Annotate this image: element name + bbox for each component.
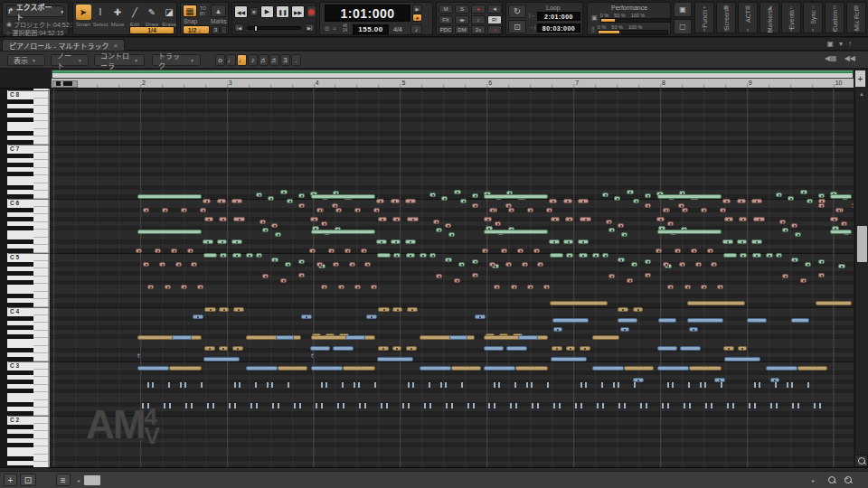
midi-note[interactable] xyxy=(684,285,691,289)
midi-note[interactable] xyxy=(711,262,717,267)
midi-note[interactable] xyxy=(219,346,228,351)
midi-note[interactable] xyxy=(624,366,654,371)
midi-note[interactable] xyxy=(838,264,845,268)
midi-note[interactable] xyxy=(766,366,797,371)
midi-note[interactable] xyxy=(137,366,169,371)
midi-note[interactable] xyxy=(707,249,713,253)
midi-note[interactable] xyxy=(580,217,591,221)
horizontal-scroll-thumb[interactable] xyxy=(84,475,100,485)
tick-note[interactable] xyxy=(180,382,182,388)
midi-note[interactable] xyxy=(220,253,227,258)
menu-view[interactable]: 表示▼ xyxy=(7,54,45,66)
snap-triplet-button[interactable]: 3 xyxy=(212,25,220,34)
midi-note[interactable] xyxy=(316,208,323,212)
side-tab-mix-rcl[interactable]: ▧Mix Rcl▾ xyxy=(846,2,866,33)
midi-note[interactable] xyxy=(830,194,852,199)
midi-note[interactable] xyxy=(527,208,533,212)
midi-note[interactable] xyxy=(657,194,722,199)
snap-dotted-button[interactable]: . xyxy=(221,25,227,34)
midi-note[interactable] xyxy=(740,253,747,258)
midi-note[interactable] xyxy=(256,192,262,197)
midi-note[interactable] xyxy=(429,253,436,258)
midi-note[interactable] xyxy=(137,335,202,340)
midi-note[interactable] xyxy=(701,285,707,289)
tick-note[interactable] xyxy=(429,382,430,388)
midi-note[interactable] xyxy=(830,230,852,234)
menu-note[interactable]: ノート▼ xyxy=(51,54,89,66)
midi-note[interactable] xyxy=(275,232,281,237)
midi-note[interactable] xyxy=(472,203,478,208)
midi-note[interactable] xyxy=(720,208,726,212)
midi-note[interactable] xyxy=(162,208,168,212)
midi-note[interactable] xyxy=(345,335,365,340)
midi-note[interactable] xyxy=(658,318,676,323)
midi-note[interactable] xyxy=(805,262,811,267)
marker[interactable] xyxy=(56,81,61,86)
midi-note[interactable] xyxy=(578,199,589,203)
menu-controller[interactable]: コントローラ▼ xyxy=(94,54,145,66)
midi-note[interactable] xyxy=(377,357,413,361)
midi-note[interactable] xyxy=(818,193,825,198)
tick-note[interactable] xyxy=(354,382,355,388)
time-signature[interactable]: 4/4 xyxy=(393,26,402,33)
tick-note[interactable] xyxy=(343,403,344,408)
tick-note[interactable] xyxy=(585,382,587,388)
midi-note[interactable] xyxy=(791,318,809,323)
tick-note[interactable] xyxy=(294,403,296,408)
side-tab-events[interactable]: ♪Events▾ xyxy=(781,2,801,33)
midi-note[interactable] xyxy=(436,274,442,278)
midi-note[interactable] xyxy=(549,199,557,203)
tick-note[interactable] xyxy=(451,403,453,408)
tick-note[interactable] xyxy=(256,403,258,408)
tick-note[interactable] xyxy=(662,403,664,408)
midi-note[interactable] xyxy=(310,217,318,221)
midi-note[interactable] xyxy=(551,357,587,361)
tick-note[interactable] xyxy=(326,382,327,388)
midi-note[interactable] xyxy=(818,199,826,203)
matrix-button-pdc[interactable]: PDC xyxy=(439,25,453,34)
midi-note[interactable] xyxy=(484,335,548,340)
tick-note[interactable] xyxy=(754,382,756,388)
tick-note[interactable] xyxy=(147,382,149,388)
play-button[interactable]: ▶ xyxy=(260,5,274,18)
midi-note[interactable] xyxy=(797,366,827,371)
midi-note[interactable] xyxy=(377,253,391,258)
midi-note[interactable] xyxy=(217,239,227,244)
tick-note[interactable] xyxy=(667,403,669,408)
zoom-add-button[interactable]: + xyxy=(854,70,866,88)
midi-note[interactable] xyxy=(515,366,548,371)
tick-note[interactable] xyxy=(234,403,236,408)
marker[interactable] xyxy=(63,81,72,86)
note-length-button-5[interactable]: ♬ xyxy=(269,54,279,66)
midi-note[interactable] xyxy=(445,223,451,228)
tick-note[interactable] xyxy=(212,403,214,408)
midi-note[interactable] xyxy=(373,208,380,212)
midi-note[interactable] xyxy=(592,253,599,258)
midi-note[interactable] xyxy=(203,357,240,361)
midi-note[interactable] xyxy=(193,314,203,319)
midi-note[interactable] xyxy=(378,307,390,312)
midi-note[interactable] xyxy=(280,190,288,194)
matrix-button-dm[interactable]: DM xyxy=(455,25,469,34)
midi-note[interactable] xyxy=(489,208,495,212)
midi-note[interactable] xyxy=(143,208,149,212)
tick-note[interactable] xyxy=(381,403,382,408)
midi-note[interactable] xyxy=(723,253,737,258)
midi-note[interactable] xyxy=(159,262,165,267)
tick-note[interactable] xyxy=(164,403,165,408)
midi-note[interactable] xyxy=(695,262,702,267)
tick-note[interactable] xyxy=(342,382,344,388)
midi-note[interactable] xyxy=(232,253,241,258)
midi-note[interactable] xyxy=(311,353,314,358)
midi-note[interactable] xyxy=(391,239,401,244)
midi-note[interactable] xyxy=(517,249,524,253)
tick-note[interactable] xyxy=(640,403,642,408)
tick-note[interactable] xyxy=(169,403,171,408)
midi-note[interactable] xyxy=(508,208,514,212)
tick-note[interactable] xyxy=(321,382,323,388)
midi-note[interactable] xyxy=(219,217,227,221)
tick-note[interactable] xyxy=(721,382,722,388)
tick-note[interactable] xyxy=(510,403,512,408)
tick-note[interactable] xyxy=(807,382,809,388)
tick-note[interactable] xyxy=(278,403,279,408)
